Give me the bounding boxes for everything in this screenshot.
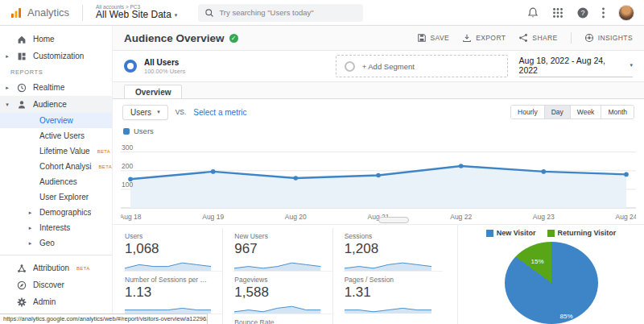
search-input[interactable] [219,8,357,17]
more-vert-icon[interactable] [601,6,606,19]
export-button[interactable]: EXPORT [462,33,506,43]
search-icon [204,8,214,18]
sidebar-item-cohort-analysis[interactable]: Cohort AnalysisBETA [0,159,112,174]
visitor-pie-section: New VisitorReturning Visitor 85%15% [457,225,644,324]
user-avatar[interactable] [618,5,634,21]
analytics-logo[interactable]: Analytics [10,6,69,19]
users-legend-label: Users [134,127,154,135]
pie-legend-new-visitor[interactable]: New Visitor [486,229,536,237]
analytics-logo-icon [10,6,23,19]
metric-card-bounce-rate[interactable]: Bounce Rate [233,314,332,324]
property-switcher[interactable]: All accounts > PC3 All Web Site Data▾ [96,4,177,20]
legend-swatch-icon [547,230,555,237]
save-button[interactable]: SAVE [417,33,450,43]
tab-overview[interactable]: Overview [124,85,182,99]
metric-card-sessions[interactable]: Sessions1,208 [343,228,443,271]
discover-icon [16,280,27,291]
sidebar-item-lifetime-value[interactable]: Lifetime ValueBETA [0,143,112,159]
action-label: SHARE [532,34,557,42]
sidebar-item-realtime[interactable]: ▸Realtime [0,79,112,96]
metrics-section: Users1,068New Users967Sessions1,208Numbe… [113,224,644,324]
metric-value: 1,068 [125,241,211,257]
granularity-month[interactable]: Month [601,106,634,118]
insights-button[interactable]: INSIGHTS [584,33,633,43]
segment-all-users[interactable]: All Users 100.00% Users [124,58,324,75]
legend-label: Returning Visitor [558,229,617,237]
customization-icon [16,51,27,62]
search-box[interactable] [198,4,363,22]
insights-icon [584,33,594,43]
sidebar-item-home[interactable]: Home [0,31,112,48]
metric-card-pageviews[interactable]: Pageviews1,588 [233,271,332,314]
sidebar-item-label: Geo [39,239,55,247]
sidebar-item-geo[interactable]: ▸Geo [0,235,112,251]
chevron-down-icon[interactable]: ▾ [4,102,10,108]
sidebar-item-customization[interactable]: ▸Customization [0,48,112,64]
chevron-down-icon: ▾ [157,109,160,115]
main-content: Audience Overview ✓ SAVEEXPORTSHAREINSIG… [113,26,644,324]
svg-text:300: 300 [122,143,133,152]
chart-legend: Users [113,125,644,137]
granularity-toggle: HourlyDayWeekMonth [510,105,634,119]
pie-legend-returning-visitor[interactable]: Returning Visitor [547,229,617,237]
topbar: Analytics All accounts > PC3 All Web Sit… [0,0,644,26]
chart-scrollbar-thumb[interactable] [378,217,409,223]
chevron-right-icon[interactable]: ▸ [27,225,34,231]
report-header: Audience Overview ✓ SAVEEXPORTSHAREINSIG… [113,26,644,50]
chevron-right-icon[interactable]: ▸ [4,53,10,60]
beta-badge: BETA [76,266,89,271]
chevron-right-icon[interactable]: ▸ [27,240,34,247]
metric-card-new-users[interactable]: New Users967 [233,228,332,271]
pie-label-new-visitor: 85% [560,313,573,320]
metric-value: 1.13 [125,285,211,301]
sidebar-item-discover[interactable]: Discover [0,276,112,293]
users-line-chart[interactable]: 100200300Aug 18Aug 19Aug 20Aug 21Aug 22A… [113,137,644,224]
chevron-right-icon[interactable]: ▸ [27,210,34,216]
svg-text:Aug 20: Aug 20 [285,213,307,221]
notifications-bell-icon[interactable] [526,6,539,19]
legend-label: New Visitor [497,229,536,237]
sidebar-item-audiences[interactable]: Audiences [0,174,112,189]
select-metric-link[interactable]: Select a metric [193,108,246,117]
metric-label: Bounce Rate [234,318,320,324]
pie-label-returning-visitor: 15% [531,258,544,265]
realtime-icon [16,82,27,93]
brand-name: Analytics [27,6,69,19]
chevron-right-icon[interactable]: ▸ [4,85,10,91]
granularity-hourly[interactable]: Hourly [511,106,544,118]
sidebar-item-label: Home [33,35,55,44]
metric-card-users[interactable]: Users1,068 [123,228,223,271]
add-segment-label: + Add Segment [362,62,415,71]
granularity-week[interactable]: Week [570,106,601,118]
metric-select-dropdown[interactable]: Users ▾ [122,105,168,120]
metric-label: Pageviews [234,276,320,284]
metric-card-pages-session[interactable]: Pages / Session1.31 [343,271,443,314]
svg-text:Aug 19: Aug 19 [202,213,224,221]
share-icon [518,33,528,43]
legend-swatch-icon [486,230,493,237]
actions-divider [571,32,572,44]
date-range-picker[interactable]: Aug 18, 2022 - Aug 24, 2022 ▾ [519,56,633,77]
add-segment-button[interactable]: + Add Segment [336,55,508,77]
share-button[interactable]: SHARE [518,33,557,43]
page-title: Audience Overview [124,32,225,44]
segment-bar: All Users 100.00% Users + Add Segment Au… [113,50,644,82]
help-icon[interactable]: ? [576,6,589,19]
apps-grid-icon[interactable] [551,6,564,19]
metric-card-number-of-sessions-per-user[interactable]: Number of Sessions per User1.13 [123,271,223,314]
metric-select-value: Users [130,108,151,117]
sidebar-item-audience[interactable]: ▾Audience [0,96,112,113]
sidebar-item-overview[interactable]: Overview [0,113,112,128]
segment-ring-icon [124,60,137,73]
granularity-day[interactable]: Day [544,106,570,118]
sidebar-item-demographics[interactable]: ▸Demographics [0,205,112,220]
add-segment-ring-icon [345,61,355,72]
visitor-pie-chart[interactable]: 85%15% [505,242,598,324]
sidebar-item-attribution[interactable]: AttributionBETA [0,260,112,276]
sidebar-item-interests[interactable]: ▸Interests [0,220,112,235]
chart-controls: Users ▾ VS. Select a metric HourlyDayWee… [113,99,644,125]
chevron-down-icon: ▾ [175,12,178,19]
sidebar-item-active-users[interactable]: Active Users [0,128,112,143]
sidebar-item-admin[interactable]: Admin [0,293,112,310]
sidebar-item-user-explorer[interactable]: User Explorer [0,189,112,205]
